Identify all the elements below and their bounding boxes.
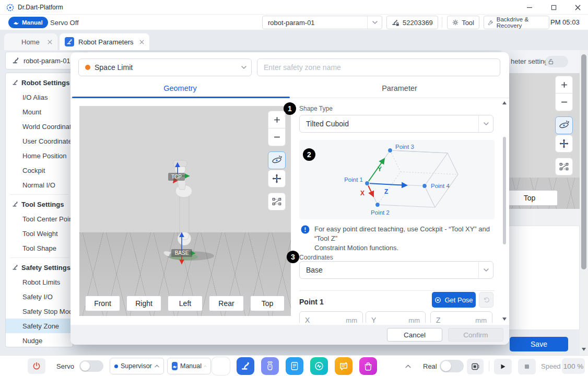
minimize-button[interactable] — [519, 0, 540, 15]
pose-x-field[interactable]: X mm — [299, 311, 363, 323]
dock-collapse-icon[interactable] — [405, 365, 411, 368]
scroll-down-icon[interactable] — [582, 348, 586, 351]
dock-app-task-writer-icon[interactable] — [286, 357, 303, 375]
play-button[interactable] — [494, 359, 512, 374]
page-scrollbar[interactable] — [580, 50, 588, 355]
sidebar-item-home-position[interactable]: Home Position — [6, 148, 73, 163]
robot-arm-icon — [12, 264, 18, 271]
robot-profile-select[interactable]: robot-param-01 — [262, 16, 382, 29]
get-pose-button[interactable]: Get Pose — [432, 292, 476, 308]
simulation-view-button[interactable] — [467, 359, 484, 374]
chevron-down-icon — [478, 262, 493, 278]
manual-mode-button[interactable]: Manual — [8, 17, 48, 28]
stop-button[interactable] — [518, 359, 536, 374]
pan-button[interactable] — [268, 170, 286, 187]
sidebar-item-io-alias[interactable]: I/O Alias — [6, 90, 73, 104]
coordinates-select[interactable]: Base — [299, 261, 493, 279]
pose-y-field[interactable]: Y mm — [366, 311, 426, 323]
role-select[interactable]: Supervisor — [110, 358, 164, 374]
servo-label: Servo — [56, 362, 74, 370]
bg-measure-button[interactable] — [555, 158, 573, 175]
sidebar-item-robot-limits[interactable]: Robot Limits — [6, 275, 73, 289]
zone-name-input[interactable] — [257, 58, 500, 76]
chevron-down-icon — [367, 16, 382, 29]
sidebar-item-safety-stop-modes[interactable]: Safety Stop Modes — [6, 304, 73, 319]
speed-label: Speed — [541, 362, 561, 370]
power-icon — [32, 362, 41, 370]
power-button[interactable] — [28, 358, 45, 374]
sidebar-item-nudge[interactable]: Nudge — [6, 333, 73, 347]
bg-pan-button[interactable] — [555, 135, 573, 152]
shape-type-select[interactable]: Tilted Cuboid — [299, 115, 493, 133]
pose-y-input[interactable] — [376, 316, 408, 323]
sidebar-item-tool-shape[interactable]: Tool Shape — [6, 241, 73, 255]
reset-pose-button[interactable] — [479, 292, 493, 308]
tab-parameter[interactable]: Parameter — [290, 78, 509, 98]
tab-home[interactable]: Home — [4, 33, 57, 50]
confirm-button[interactable]: Confirm — [448, 328, 503, 342]
tcp-label: TCP — [168, 173, 185, 181]
bg-zoom-out-button[interactable] — [555, 93, 573, 111]
servo-toggle[interactable] — [79, 360, 103, 372]
cancel-button[interactable]: Cancel — [387, 328, 442, 342]
backdrive-recovery-button[interactable]: Backdrive & Recovery — [484, 16, 549, 29]
base-label: BASE — [171, 249, 192, 257]
orbit-button[interactable] — [268, 151, 286, 169]
dock-app-remote-control-icon[interactable] — [261, 357, 279, 375]
tab-robot-parameters[interactable]: Robot Parameters — [60, 33, 149, 50]
operation-mode-select[interactable]: Manual — [167, 358, 211, 374]
dock-app-monitoring-icon[interactable] — [310, 357, 328, 375]
tool-button[interactable]: Tool — [447, 16, 479, 29]
bg-orbit-button[interactable] — [555, 116, 573, 134]
view-top-button[interactable]: Top — [250, 296, 285, 311]
dialog-scroll-up-icon[interactable] — [502, 101, 507, 104]
pose-z-field[interactable]: Z mm — [430, 311, 492, 323]
dock-app-store-icon[interactable] — [359, 357, 377, 375]
zoom-out-button[interactable] — [268, 128, 286, 146]
robot-3d-viewport[interactable]: TCP BASE Front Right Left Rear Top — [79, 106, 291, 316]
view-left-button[interactable]: Left — [168, 296, 203, 311]
close-button[interactable] — [567, 0, 588, 15]
scrollbar-thumb[interactable] — [581, 54, 586, 269]
pose-z-input[interactable] — [441, 316, 476, 323]
tab-robot-parameters-close-icon[interactable] — [139, 40, 144, 44]
sidebar-item-cockpit[interactable]: Cockpit — [6, 163, 73, 178]
wrench-icon — [488, 19, 493, 26]
zone-type-select[interactable]: Space Limit — [78, 58, 252, 76]
zone-color-dot — [85, 65, 90, 70]
dock-app-home-icon[interactable] — [212, 357, 230, 375]
tab-geometry[interactable]: Geometry — [70, 78, 290, 98]
bg-view-top-button[interactable]: Top — [501, 190, 558, 206]
sidebar-item-normal-io[interactable]: Normal I/O — [6, 178, 73, 192]
axis-z-label: Z — [384, 188, 388, 195]
zoom-in-button[interactable] — [268, 111, 286, 128]
sidebar-item-user-coordinates[interactable]: User Coordinates — [6, 134, 73, 148]
sidebar-item-mount[interactable]: Mount — [6, 104, 73, 119]
sidebar-item-safety-io[interactable]: Safety I/O — [6, 289, 73, 304]
sidebar-item-tool-center-point[interactable]: Tool Center Point — [6, 212, 73, 226]
application-window: Dr.Dart-Platform Manual Servo Off robot-… — [0, 0, 588, 376]
maximize-button[interactable] — [543, 0, 564, 15]
view-right-button[interactable]: Right — [126, 296, 161, 311]
chevron-down-icon — [478, 115, 493, 132]
zone-list-panel — [501, 226, 580, 330]
zone-type-value: Space Limit — [95, 63, 133, 72]
dialog-scrollbar-thumb[interactable] — [503, 137, 506, 244]
sidebar-item-tool-weight[interactable]: Tool Weight — [6, 226, 73, 241]
settings-lock-toggle[interactable] — [545, 56, 568, 67]
measure-button[interactable] — [268, 193, 286, 210]
robot-serial-badge[interactable]: 52203369 — [386, 16, 438, 29]
view-front-button[interactable]: Front — [85, 296, 120, 311]
dialog-scroll-down-icon[interactable] — [502, 318, 507, 321]
real-mode-toggle[interactable] — [440, 360, 464, 372]
sidebar-item-world-coordinates[interactable]: World Coordinates — [6, 119, 73, 134]
save-button[interactable]: Save — [510, 337, 568, 351]
view-rear-button[interactable]: Rear — [209, 296, 244, 311]
info-icon — [301, 225, 310, 234]
pose-x-input[interactable] — [310, 316, 346, 323]
sidebar-item-safety-zone[interactable]: Safety Zone — [6, 319, 73, 333]
dock-app-robot-parameters-icon[interactable] — [237, 357, 254, 375]
bg-zoom-in-button[interactable] — [555, 76, 573, 93]
dock-app-message-icon[interactable] — [335, 357, 352, 375]
tab-home-close-icon[interactable] — [48, 40, 52, 44]
